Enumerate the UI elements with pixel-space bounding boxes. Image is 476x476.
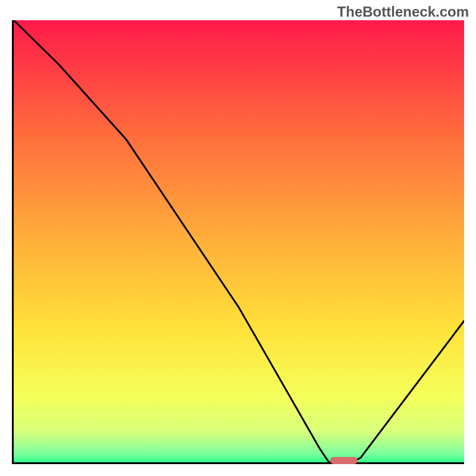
chart-container: TheBottleneck.com [0, 0, 476, 476]
plot-area [12, 20, 464, 464]
bottleneck-curve [14, 20, 464, 462]
watermark-text: TheBottleneck.com [337, 4, 469, 20]
optimal-marker [330, 457, 358, 464]
